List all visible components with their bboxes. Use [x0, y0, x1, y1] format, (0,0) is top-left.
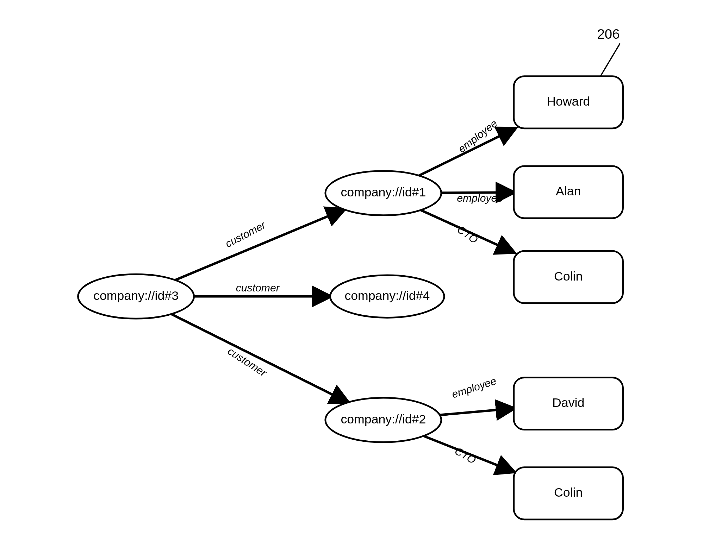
edge-arrow	[171, 314, 348, 402]
node-label: Colin	[554, 269, 583, 283]
node-c4: company://id#4	[330, 275, 444, 318]
edge-label: employee	[450, 375, 498, 400]
edge-label: customer	[226, 345, 269, 379]
edge-label: CTO	[453, 445, 478, 466]
node-alan: Alan	[514, 166, 623, 218]
diagram-canvas: 206 customercustomercustomeremployeeempl…	[0, 0, 728, 560]
node-colin2: Colin	[514, 467, 623, 520]
node-label: company://id#1	[341, 185, 426, 199]
node-c1: company://id#1	[325, 171, 441, 215]
nodes-layer: company://id#3company://id#1company://id…	[78, 76, 623, 520]
node-c2: company://id#2	[325, 398, 441, 442]
node-label: Colin	[554, 485, 583, 499]
node-c3: company://id#3	[78, 274, 194, 319]
edge-c3-c4: customer	[194, 282, 330, 296]
edge-c3-c2: customer	[171, 314, 348, 402]
edge-c3-c1: customer	[175, 209, 344, 280]
node-label: Alan	[556, 184, 581, 198]
node-label: company://id#3	[93, 289, 179, 303]
edge-label: employee	[456, 117, 499, 155]
edge-c1-colin1: CTO	[421, 210, 514, 252]
svg-line-0	[601, 43, 620, 76]
edge-c1-howard: employee	[419, 117, 515, 175]
edge-c2-colin2: CTO	[424, 436, 514, 472]
node-label: company://id#4	[344, 289, 430, 303]
edge-c1-alan: employee	[441, 192, 514, 204]
node-david: David	[514, 378, 623, 430]
node-colin1: Colin	[514, 251, 623, 303]
edge-c2-david: employee	[440, 375, 514, 415]
edge-arrow	[419, 128, 515, 176]
node-howard: Howard	[514, 76, 623, 128]
edge-arrow	[440, 408, 514, 415]
node-label: company://id#2	[341, 412, 426, 426]
edge-label: customer	[236, 282, 280, 294]
node-label: David	[552, 396, 584, 410]
callout-label: 206	[597, 26, 620, 42]
callout-206: 206	[597, 26, 620, 76]
edge-label: employee	[457, 192, 503, 204]
node-label: Howard	[547, 94, 590, 108]
